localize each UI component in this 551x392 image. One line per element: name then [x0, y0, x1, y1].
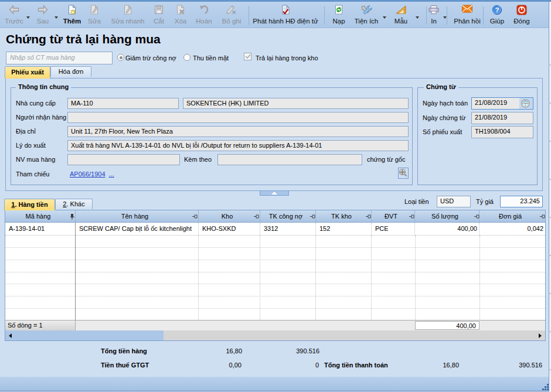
- svg-text:?: ?: [495, 6, 499, 13]
